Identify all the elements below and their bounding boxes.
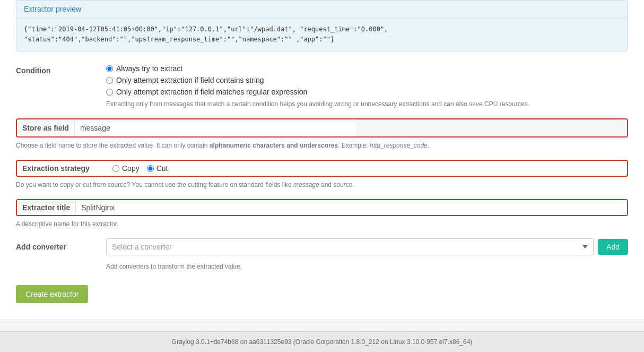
strategy-help-suffix: . [352,181,354,188]
extractor-preview-box: Extractor preview {"time":"2019-04-12T05… [16,0,628,51]
create-extractor-button[interactable]: Create extractor [16,285,88,303]
condition-label: Condition [16,62,106,75]
condition-help: Extracting only from messages that match… [106,99,628,109]
add-converter-button[interactable]: Add [598,239,628,255]
extractor-title-label: Extractor title [17,200,76,215]
strategy-help-and: and [319,181,334,188]
condition-contains-label: Only attempt extraction if field contain… [116,76,264,84]
condition-contains-radio[interactable] [106,77,113,84]
preview-code-line2: "status":"404","backend":"","upstream_re… [24,35,620,45]
preview-code-line1: {"time":"2019-04-12T05:41:05+00:00","ip"… [24,24,620,35]
condition-regex-radio[interactable] [106,89,113,96]
store-as-field-input[interactable] [75,121,356,135]
footer-text: Graylog 3.0.1+de74b68 on aa6311325e93 (O… [172,338,473,346]
condition-regex-label: Only attempt extraction if field matches… [116,88,307,96]
store-help-example-suffix: . [428,142,429,149]
store-as-field-wrapper: Store as field Choose a field name to st… [16,118,628,150]
extraction-strategy-radios: Copy Cut [112,164,168,173]
create-extractor-wrap: Create extractor [16,281,628,303]
strategy-copy[interactable]: Copy [112,164,140,173]
store-help-example: http_response_code [370,142,428,149]
strategy-cut-label: Cut [156,164,168,173]
extractor-title-box: Extractor title [16,199,628,216]
footer: Graylog 3.0.1+de74b68 on aa6311325e93 (O… [0,331,644,352]
store-as-field-row: Store as field Choose a field name to st… [16,118,628,150]
condition-always-radio[interactable] [106,65,113,72]
converter-select-wrap: Select a converter Add [106,238,628,255]
store-field-full-box: Store as field [16,118,628,138]
condition-contains[interactable]: Only attempt extraction if field contain… [106,76,628,84]
extractor-title-wrapper: Extractor title A descriptive name for t… [16,199,628,229]
store-as-field-container: Store as field [16,118,628,138]
extraction-strategy-wrapper: Extraction strategy Copy Cut Do you want… [16,160,628,190]
condition-radio-group: Always try to extract Only attempt extra… [106,62,628,96]
extraction-strategy-help: Do you want to copy or cut from source? … [16,180,628,190]
store-as-field-help: Choose a field name to store the extract… [16,141,628,150]
condition-always-label: Always try to extract [116,64,182,73]
strategy-help-message: message [293,181,319,188]
strategy-help-prefix: Do you want to copy or cut from source? … [16,181,293,188]
extractor-preview-code: {"time":"2019-04-12T05:41:05+00:00","ip"… [16,18,628,51]
add-converter-label: Add converter [16,238,106,251]
extractor-title-row: Extractor title A descriptive name for t… [16,199,628,229]
store-help-suffix: . Example: [338,142,370,149]
store-help-prefix: Choose a field name to store the extract… [16,142,210,149]
converter-help-row: Add converters to transform the extracte… [16,259,628,271]
strategy-cut-radio[interactable] [147,165,154,172]
condition-content: Always try to extract Only attempt extra… [106,62,628,109]
extractor-title-input[interactable] [76,200,627,215]
store-field-spacer [356,119,627,136]
extraction-strategy-row: Extraction strategy Copy Cut Do you want… [16,160,628,190]
add-converter-row: Add converter Select a converter Add [16,238,628,255]
extractor-preview-title: Extractor preview [16,1,628,18]
extraction-strategy-label: Extraction strategy [22,164,102,173]
strategy-help-source: source [333,181,352,188]
strategy-copy-radio[interactable] [112,165,119,172]
strategy-copy-label: Copy [122,164,140,173]
store-as-field-label: Store as field [17,121,75,135]
converter-select[interactable]: Select a converter [106,238,594,255]
extraction-strategy-box: Extraction strategy Copy Cut [16,160,628,177]
store-help-bold: alphanumeric characters and underscores [210,142,338,149]
condition-always[interactable]: Always try to extract [106,64,628,73]
condition-row: Condition Always try to extract Only att… [16,62,628,109]
strategy-cut[interactable]: Cut [147,164,168,173]
extractor-title-help: A descriptive name for this extractor. [16,219,628,229]
converter-help: Add converters to transform the extracte… [106,262,242,271]
condition-regex[interactable]: Only attempt extraction if field matches… [106,88,628,96]
